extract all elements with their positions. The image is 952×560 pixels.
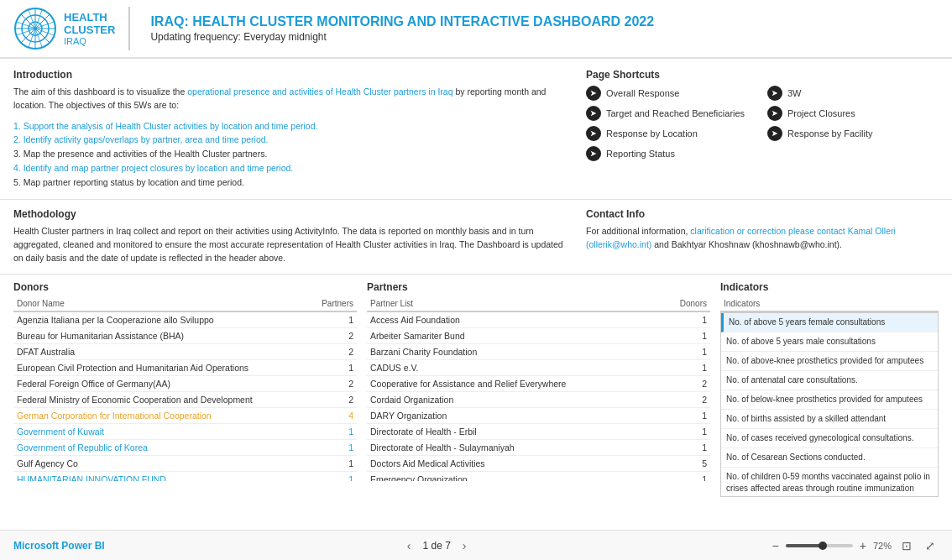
- donors-panel: Donors Donor Name Partners Agenzia Itali…: [13, 281, 357, 523]
- partner-value: 1: [662, 423, 710, 439]
- table-row[interactable]: German Corporation for International Coo…: [13, 407, 357, 423]
- partner-value: 1: [662, 407, 710, 423]
- table-row[interactable]: Federal Ministry of Economic Cooperation…: [13, 391, 357, 407]
- table-row[interactable]: Arbeiter Samariter Bund1: [367, 327, 710, 343]
- donor-value: 1: [310, 359, 357, 375]
- partner-name: Emergency Organization: [367, 471, 662, 481]
- partner-name: Cordaid Organization: [367, 391, 662, 407]
- table-row[interactable]: DFAT Australia2: [13, 343, 357, 359]
- navigation-icon: [586, 106, 601, 121]
- shortcut-label: Reporting Status: [606, 149, 675, 159]
- indicator-item[interactable]: No. of Cesarean Sections conducted.: [721, 448, 938, 468]
- donor-value: 1: [310, 455, 357, 471]
- zoom-in-button[interactable]: +: [856, 539, 870, 552]
- donor-name: DFAT Australia: [13, 343, 310, 359]
- shortcut-label: Overall Response: [606, 88, 679, 98]
- prev-page-button[interactable]: ‹: [402, 537, 416, 554]
- table-row[interactable]: CADUS e.V.1: [367, 359, 710, 375]
- table-row[interactable]: HUMANITARIAN INNOVATION FUND1: [13, 471, 357, 481]
- table-row[interactable]: Emergency Organization1: [367, 471, 710, 481]
- logo-iraq: IRAQ: [64, 36, 115, 46]
- donor-name: European Civil Protection and Humanitari…: [13, 359, 310, 375]
- shortcut-project-closures[interactable]: Project Closures: [767, 106, 939, 121]
- indicator-item[interactable]: No. of above-knee prosthetics provided f…: [721, 352, 938, 371]
- partner-name: Cooperative for Assistance and Relief Ev…: [367, 375, 662, 391]
- partner-value: 1: [662, 471, 710, 481]
- indicator-item[interactable]: No. of children 0-59 months vaccinated a…: [721, 468, 938, 497]
- table-row[interactable]: European Civil Protection and Humanitari…: [13, 359, 357, 375]
- svg-marker-16: [772, 131, 778, 137]
- indicator-item[interactable]: No. of antenatal care consultations.: [721, 371, 938, 390]
- donor-name: German Corporation for International Coo…: [13, 407, 310, 423]
- shortcut-reporting-status[interactable]: Reporting Status: [586, 146, 757, 161]
- donors-title: Donors: [13, 281, 357, 293]
- zoom-out-button[interactable]: −: [769, 539, 782, 552]
- zoom-slider[interactable]: [786, 544, 853, 547]
- table-row[interactable]: Cooperative for Assistance and Relief Ev…: [367, 375, 710, 391]
- donors-table: Donor Name Partners Agenzia Italiana per…: [13, 296, 357, 481]
- indicator-item[interactable]: No. of cases received gynecological cons…: [721, 429, 938, 448]
- shortcut-3w[interactable]: 3W: [767, 86, 939, 101]
- donor-name: Government of Republic of Korea: [13, 439, 310, 455]
- table-row[interactable]: Barzani Charity Foundation1: [367, 343, 710, 359]
- partner-value: 1: [662, 311, 710, 328]
- donor-name: Gulf Agency Co: [13, 455, 310, 471]
- partner-name: Access Aid Foundation: [367, 311, 662, 328]
- table-row[interactable]: Bureau for Humanitarian Assistance (BHA)…: [13, 327, 357, 343]
- contact-text: For additional information, clarificatio…: [586, 225, 939, 252]
- navigation-icon: [586, 126, 601, 141]
- navigation-icon: [767, 86, 782, 101]
- partner-value: 2: [662, 391, 710, 407]
- table-row[interactable]: Directorate of Health - Erbil1: [367, 423, 710, 439]
- shortcuts-grid: Overall Response 3W Target and Reached B…: [586, 86, 939, 161]
- page-info: 1 de 7: [422, 540, 450, 552]
- logo-cluster: CLUSTER: [64, 24, 115, 36]
- fit-page-button[interactable]: ⊡: [898, 537, 915, 554]
- footer-nav: ‹ 1 de 7 ›: [402, 537, 472, 554]
- indicator-item[interactable]: No. of above 5 years male consultations: [721, 332, 938, 352]
- svg-marker-17: [591, 151, 597, 157]
- shortcut-overall-response[interactable]: Overall Response: [586, 86, 757, 101]
- methodology-section: Methodology Health Cluster partners in I…: [13, 208, 586, 264]
- intro-list-item: 5. Map partner reporting status by locat…: [13, 175, 569, 190]
- donor-value: 2: [310, 375, 357, 391]
- zoom-slider-fill: [786, 544, 823, 547]
- table-row[interactable]: Directorate of Health - Sulaymaniyah1: [367, 439, 710, 455]
- footer-right: − + 72% ⊡ ⤢: [769, 537, 939, 554]
- tables-section: Donors Donor Name Partners Agenzia Itali…: [0, 275, 952, 530]
- fullscreen-button[interactable]: ⤢: [922, 537, 939, 554]
- table-row[interactable]: DARY Organization1: [367, 407, 710, 423]
- donor-value: 1: [310, 471, 357, 481]
- contact-section: Contact Info For additional information,…: [586, 208, 939, 264]
- zoom-percent: 72%: [873, 541, 892, 551]
- table-row[interactable]: Access Aid Foundation1: [367, 311, 710, 328]
- shortcut-label: Target and Reached Beneficiaries: [606, 108, 745, 118]
- table-row[interactable]: Agenzia Italiana per la Cooperazione all…: [13, 311, 357, 328]
- partners-panel: Partners Partner List Donors Access Aid …: [367, 281, 710, 523]
- indicators-list[interactable]: No. of above 5 years female consultation…: [720, 312, 939, 497]
- next-page-button[interactable]: ›: [458, 537, 472, 554]
- svg-marker-14: [772, 111, 778, 117]
- table-row[interactable]: Federal Foreign Office of Germany(AA)2: [13, 375, 357, 391]
- indicators-header: Indicators: [720, 296, 939, 312]
- partner-value: 1: [662, 359, 710, 375]
- table-row[interactable]: Gulf Agency Co1: [13, 455, 357, 471]
- shortcut-target-beneficiaries[interactable]: Target and Reached Beneficiaries: [586, 106, 757, 121]
- partners-table: Partner List Donors Access Aid Foundatio…: [367, 296, 710, 481]
- indicator-item[interactable]: No. of births assisted by a skilled atte…: [721, 410, 938, 429]
- donor-value: 1: [310, 311, 357, 328]
- partners-table-scroll[interactable]: Partner List Donors Access Aid Foundatio…: [367, 296, 710, 481]
- shortcut-response-facility[interactable]: Response by Facility: [767, 126, 939, 141]
- intro-list: 1. Support the analysis of Health Cluste…: [13, 119, 569, 190]
- donors-table-scroll[interactable]: Donor Name Partners Agenzia Italiana per…: [13, 296, 357, 481]
- table-row[interactable]: Government of Republic of Korea1: [13, 439, 357, 455]
- intro-section: Introduction The aim of this dashboard i…: [13, 69, 586, 189]
- logo-text: HEALTH CLUSTER IRAQ: [64, 11, 115, 46]
- indicators-title: Indicators: [720, 281, 939, 293]
- indicator-item[interactable]: No. of above 5 years female consultation…: [721, 313, 938, 332]
- table-row[interactable]: Government of Kuwait1: [13, 423, 357, 439]
- table-row[interactable]: Cordaid Organization2: [367, 391, 710, 407]
- shortcut-response-location[interactable]: Response by Location: [586, 126, 757, 141]
- indicator-item[interactable]: No. of below-knee prosthetics provided f…: [721, 390, 938, 410]
- table-row[interactable]: Doctors Aid Medical Activities5: [367, 455, 710, 471]
